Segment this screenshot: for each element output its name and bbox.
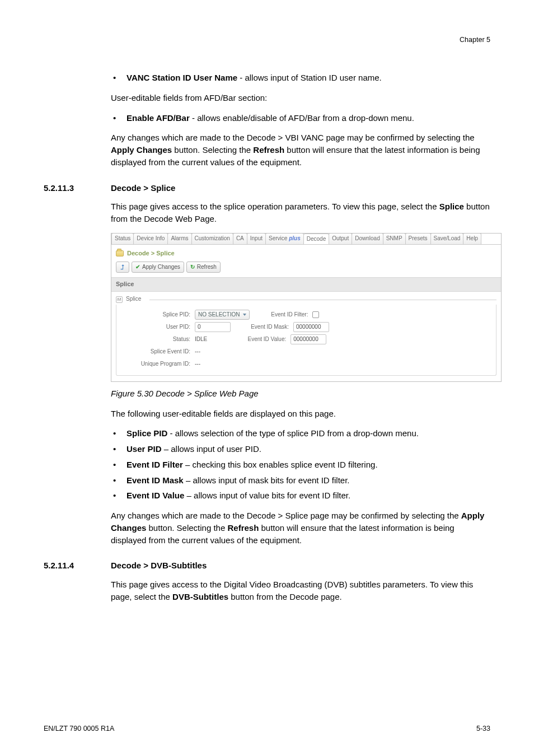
heading-num-52113: 5.2.11.3	[44, 182, 111, 194]
tab-alarms[interactable]: Alarms	[167, 234, 191, 244]
tab-status[interactable]: Status	[111, 234, 134, 244]
refresh-label: Refresh	[197, 263, 217, 272]
heading-title-dvb: Decode > DVB-Subtitles	[111, 559, 207, 572]
splice-event-id-value: ---	[195, 348, 200, 356]
footer-left: EN/LZT 790 0005 R1A	[44, 724, 114, 734]
bullet-event-id-mask: Event ID Mask – allows input of mask bit…	[111, 474, 490, 487]
group-body: Splice PID: NO SELECTION Event ID Filter…	[116, 305, 496, 376]
bullet-afd-rest: - allows enable/disable of AFD/Bar from …	[190, 113, 414, 123]
tab-service-plus[interactable]: Service plus	[265, 234, 304, 244]
bullet-afd: Enable AFD/Bar - allows enable/disable o…	[111, 112, 490, 124]
bullet-vanc-rest: - allows input of Station ID user name.	[237, 73, 382, 82]
splice-intro: This page gives access to the splice ope…	[111, 200, 490, 225]
splice-outro: Any changes which are made to the Decode…	[111, 510, 490, 546]
tab-input[interactable]: Input	[247, 234, 266, 244]
bullet-user-pid: User PID – allows input of user PID.	[111, 443, 490, 455]
folder-icon	[116, 250, 124, 256]
apply-changes-button[interactable]: ✔Apply Changes	[132, 262, 184, 273]
tab-download[interactable]: Download	[352, 234, 383, 244]
up-arrow-icon: ⮥	[120, 263, 125, 272]
bullet-event-id-filter: Event ID Filter – checking this box enab…	[111, 459, 490, 471]
bullet-event-id-value: Event ID Value – allows input of value b…	[111, 489, 490, 502]
event-id-filter-checkbox[interactable]	[312, 311, 319, 318]
group-header: M Splice	[116, 295, 496, 304]
breadcrumb-text: Decode > Splice	[127, 249, 175, 258]
chevron-down-icon	[243, 314, 246, 316]
section-title: Splice	[111, 277, 501, 292]
breadcrumb: Decode > Splice	[111, 245, 501, 262]
chapter-label: Chapter 5	[44, 35, 490, 45]
refresh-icon: ↻	[190, 263, 195, 272]
unique-program-id-label: Unique Program ID:	[122, 360, 190, 368]
up-button[interactable]: ⮥	[116, 262, 129, 273]
tab-ca[interactable]: CA	[233, 234, 247, 244]
status-value: IDLE	[195, 335, 207, 344]
figure-caption: Figure 5.30 Decode > Splice Web Page	[111, 388, 490, 400]
group-title: Splice	[126, 295, 141, 304]
bullet-afd-bold: Enable AFD/Bar	[127, 113, 190, 123]
unique-program-id-value: ---	[195, 360, 200, 368]
tab-device-info[interactable]: Device Info	[133, 234, 168, 244]
heading-num-52114: 5.2.11.4	[44, 559, 111, 572]
refresh-button[interactable]: ↻Refresh	[186, 262, 221, 273]
status-label: Status:	[122, 335, 190, 344]
user-pid-input[interactable]: 0	[195, 322, 231, 333]
bullet-vanc: VANC Station ID User Name - allows input…	[111, 72, 490, 84]
splice-event-id-label: Splice Event ID:	[122, 348, 190, 356]
event-id-filter-label: Event ID Filter:	[254, 311, 308, 319]
tab-presets[interactable]: Presets	[405, 234, 431, 244]
tab-output[interactable]: Output	[329, 234, 352, 244]
event-id-mask-input[interactable]: 00000000	[293, 322, 329, 333]
splice-pid-label: Splice PID:	[122, 311, 190, 319]
tab-customization[interactable]: Customization	[191, 234, 233, 244]
splice-fields-intro: The following user-editable fields are d…	[111, 408, 490, 420]
bullet-splice-pid: Splice PID - allows selection of the typ…	[111, 427, 490, 440]
user-pid-label: User PID:	[122, 323, 190, 332]
dvb-intro: This page gives access to the Digital Vi…	[111, 578, 490, 603]
vbi-outro: Any changes which are made to the Decode…	[111, 132, 490, 168]
heading-title-splice: Decode > Splice	[111, 182, 175, 194]
bullet-vanc-bold: VANC Station ID User Name	[127, 73, 237, 82]
apply-changes-label: Apply Changes	[142, 263, 180, 272]
event-id-value-label: Event ID Value:	[232, 335, 286, 344]
event-id-mask-label: Event ID Mask:	[235, 323, 289, 332]
tab-save-load[interactable]: Save/Load	[430, 234, 464, 244]
tab-snmp[interactable]: SNMP	[383, 234, 406, 244]
footer-right: 5-33	[476, 724, 490, 734]
tab-help[interactable]: Help	[463, 234, 481, 244]
check-icon: ✔	[135, 263, 140, 272]
tab-strip: Status Device Info Alarms Customization …	[111, 234, 501, 245]
afd-intro: User-editable fields from AFD/Bar sectio…	[111, 92, 490, 104]
toolbar: ⮥ ✔Apply Changes ↻Refresh	[111, 262, 501, 278]
event-id-value-input[interactable]: 00000000	[291, 334, 326, 345]
tab-decode[interactable]: Decode	[303, 234, 329, 245]
splice-pid-dropdown[interactable]: NO SELECTION	[195, 310, 250, 320]
screenshot-decode-splice: Status Device Info Alarms Customization …	[111, 233, 502, 382]
collapse-toggle[interactable]: M	[116, 296, 123, 303]
